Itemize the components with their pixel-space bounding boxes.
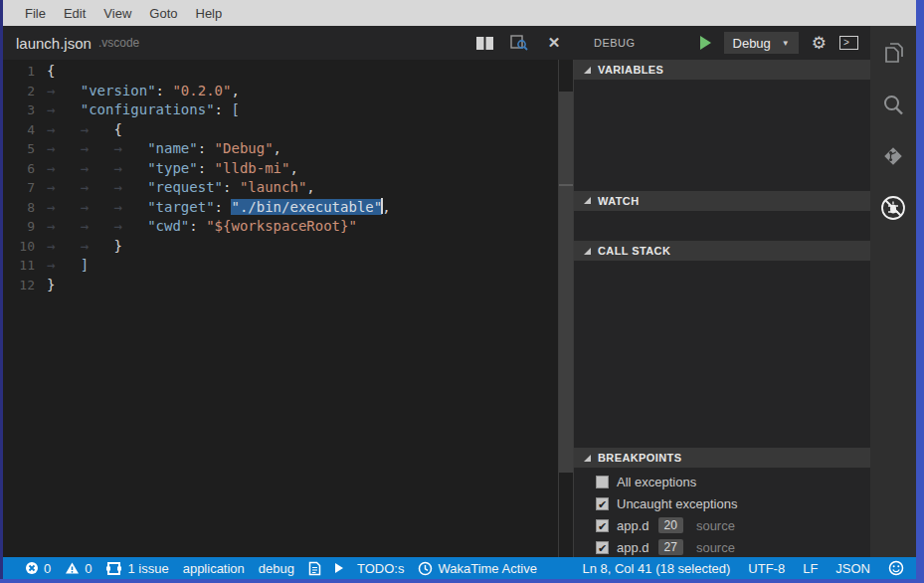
code-line[interactable]: 1{	[3, 62, 558, 82]
code-line[interactable]: 10→ → }	[3, 237, 558, 257]
line-number[interactable]: 7	[3, 178, 47, 198]
gear-icon[interactable]: ⚙	[812, 35, 827, 52]
section-call-stack[interactable]: CALL STACK	[574, 241, 870, 261]
run-task-button[interactable]	[335, 563, 343, 573]
code-line[interactable]: 7→ → → "request": "launch",	[3, 178, 558, 198]
section-variables[interactable]: VARIABLES	[574, 60, 870, 80]
activity-search[interactable]	[878, 90, 908, 119]
cursor-position-value: Ln 8, Col 41 (18 selected)	[582, 561, 730, 576]
code-editor[interactable]: 1{2→ "version": "0.2.0",3→ "configuratio…	[3, 60, 558, 557]
editor-scrollbar[interactable]	[558, 60, 574, 557]
activity-bar	[870, 26, 916, 557]
task-debug[interactable]: debug	[259, 561, 294, 576]
line-number[interactable]: 8	[3, 198, 47, 218]
code-line[interactable]: 11→ ]	[3, 256, 558, 276]
line-number[interactable]: 4	[3, 120, 47, 140]
tab-whitespace-arrow: →	[47, 140, 81, 156]
preview-button[interactable]	[509, 33, 529, 53]
tab-whitespace-arrow: →	[81, 179, 114, 195]
error-count[interactable]: 0	[25, 561, 51, 576]
scrollbar-divider	[559, 184, 573, 186]
eol-selector[interactable]: LF	[803, 561, 818, 576]
cursor-position[interactable]: Ln 8, Col 41 (18 selected)	[582, 561, 730, 576]
tab-whitespace-arrow: →	[47, 218, 81, 234]
line-number[interactable]: 6	[3, 159, 47, 179]
section-watch[interactable]: WATCH	[574, 191, 870, 211]
open-file-name[interactable]: launch.json	[16, 35, 92, 52]
todo-status[interactable]: TODO:s	[357, 561, 404, 576]
code-token-punct: {	[47, 63, 55, 79]
code-text: → ]	[47, 256, 89, 276]
tab-whitespace-arrow: →	[47, 179, 81, 195]
checkbox-checked[interactable]: ✔	[596, 497, 609, 510]
menu-help[interactable]: Help	[187, 6, 232, 21]
line-number[interactable]: 2	[3, 82, 47, 101]
launch-config-value: Debug	[733, 36, 771, 51]
menu-view[interactable]: View	[94, 6, 140, 21]
todo-label: TODO:s	[357, 561, 404, 576]
line-number[interactable]: 9	[3, 217, 47, 237]
launch-config-dropdown[interactable]: Debug ▼	[724, 32, 799, 54]
warning-count[interactable]: 0	[65, 561, 92, 576]
code-token-str: "launch"	[240, 179, 306, 195]
tab-whitespace-arrow: →	[113, 140, 147, 156]
code-line[interactable]: 12}	[3, 276, 558, 295]
activity-files[interactable]	[878, 38, 908, 68]
checkbox-unchecked[interactable]	[596, 476, 609, 488]
tab-whitespace-arrow: →	[81, 160, 114, 176]
call-stack-body	[574, 261, 870, 448]
split-editor-button[interactable]	[474, 33, 494, 53]
tab-whitespace-arrow: →	[113, 179, 147, 195]
section-label: BREAKPOINTS	[598, 452, 681, 464]
split-editor-icon	[476, 37, 493, 50]
line-number[interactable]: 5	[3, 139, 47, 159]
code-line[interactable]: 8→ → → "target": "./bin/executable",	[3, 198, 558, 218]
code-token-punct: ,	[231, 83, 239, 98]
line-number[interactable]: 11	[3, 256, 47, 276]
wakatime-status[interactable]: WakaTime Active	[418, 561, 536, 576]
breakpoint-label: Uncaught exceptions	[617, 496, 737, 511]
encoding-selector[interactable]: UTF-8	[748, 561, 785, 576]
notes-file-button[interactable]	[308, 561, 321, 576]
issues-status[interactable]: 1 issue	[105, 561, 168, 576]
code-line[interactable]: 4→ → {	[3, 120, 558, 140]
breakpoint-item[interactable]: All exceptions	[574, 471, 870, 492]
code-text: → → → "type": "lldb-mi",	[47, 159, 298, 179]
code-line[interactable]: 2→ "version": "0.2.0",	[3, 82, 558, 101]
close-editor-button[interactable]: ✕	[544, 33, 564, 53]
section-label: WATCH	[598, 195, 640, 207]
activity-debug[interactable]	[878, 193, 908, 223]
breakpoint-item[interactable]: ✔app.d27source	[574, 536, 870, 557]
breakpoint-item[interactable]: ✔Uncaught exceptions	[574, 492, 870, 514]
scrollbar-slider[interactable]	[559, 92, 573, 473]
code-line[interactable]: 6→ → → "type": "lldb-mi",	[3, 159, 558, 179]
tab-whitespace-arrow: →	[47, 121, 81, 137]
menu-goto[interactable]: Goto	[140, 6, 186, 21]
line-number[interactable]: 10	[3, 237, 47, 257]
code-token-key: "configurations"	[81, 101, 215, 117]
code-line[interactable]: 5→ → → "name": "Debug",	[3, 139, 558, 159]
code-token-punct: }	[47, 277, 55, 292]
section-breakpoints[interactable]: BREAKPOINTS	[574, 448, 870, 468]
checkbox-checked[interactable]: ✔	[596, 541, 609, 554]
menu-file[interactable]: File	[16, 6, 55, 21]
start-debug-button[interactable]	[700, 36, 711, 50]
code-line[interactable]: 9→ → → "cwd": "${workspaceRoot}"	[3, 217, 558, 237]
task-application-label: application	[183, 561, 245, 576]
line-number[interactable]: 1	[3, 62, 47, 82]
debug-console-button[interactable]: >	[839, 36, 858, 50]
tab-whitespace-arrow: →	[81, 199, 114, 215]
activity-git[interactable]	[878, 141, 908, 171]
section-label: CALL STACK	[598, 245, 670, 257]
language-mode-selector[interactable]: JSON	[835, 561, 870, 576]
menu-edit[interactable]: Edit	[55, 6, 94, 21]
breakpoint-item[interactable]: ✔app.d20source	[574, 514, 870, 536]
feedback-button[interactable]	[888, 560, 904, 576]
code-line[interactable]: 3→ "configurations": [	[3, 100, 558, 120]
line-number[interactable]: 3	[3, 100, 47, 120]
checkbox-checked[interactable]: ✔	[596, 519, 609, 532]
line-number[interactable]: 12	[3, 276, 47, 295]
tab-whitespace-arrow: →	[113, 160, 147, 176]
code-token-key: "target"	[147, 199, 214, 215]
task-application[interactable]: application	[183, 561, 245, 576]
